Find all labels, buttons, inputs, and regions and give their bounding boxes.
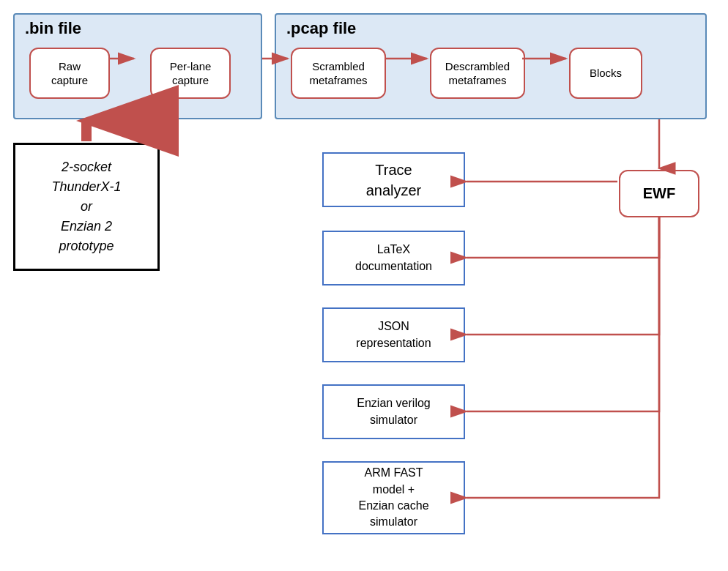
- bin-file-label: .bin file: [25, 19, 81, 38]
- raw-capture-node: Raw capture: [29, 48, 110, 99]
- scrambled-node: Scrambled metaframes: [291, 48, 386, 99]
- descrambled-node: Descrambled metaframes: [430, 48, 525, 99]
- latex-doc-node: LaTeX documentation: [322, 231, 465, 286]
- pcap-file-group: .pcap file Scrambled metaframes Descramb…: [275, 13, 707, 119]
- verilog-sim-node: Enzian verilog simulator: [322, 384, 465, 439]
- per-lane-capture-node: Per-lane capture: [150, 48, 231, 99]
- socket-node: 2-socketThunderX-1orEnzian 2prototype: [13, 143, 160, 271]
- diagram: .bin file Raw capture Per-lane capture .…: [0, 0, 728, 571]
- json-rep-node: JSON representation: [322, 307, 465, 362]
- trace-analyzer-node: Trace analyzer: [322, 152, 465, 207]
- pcap-file-label: .pcap file: [286, 19, 356, 38]
- arm-model-node: ARM FAST model + Enzian cache simulator: [322, 461, 465, 534]
- bin-file-group: .bin file Raw capture Per-lane capture: [13, 13, 262, 119]
- blocks-node: Blocks: [569, 48, 642, 99]
- ewf-node: EWF: [619, 170, 699, 217]
